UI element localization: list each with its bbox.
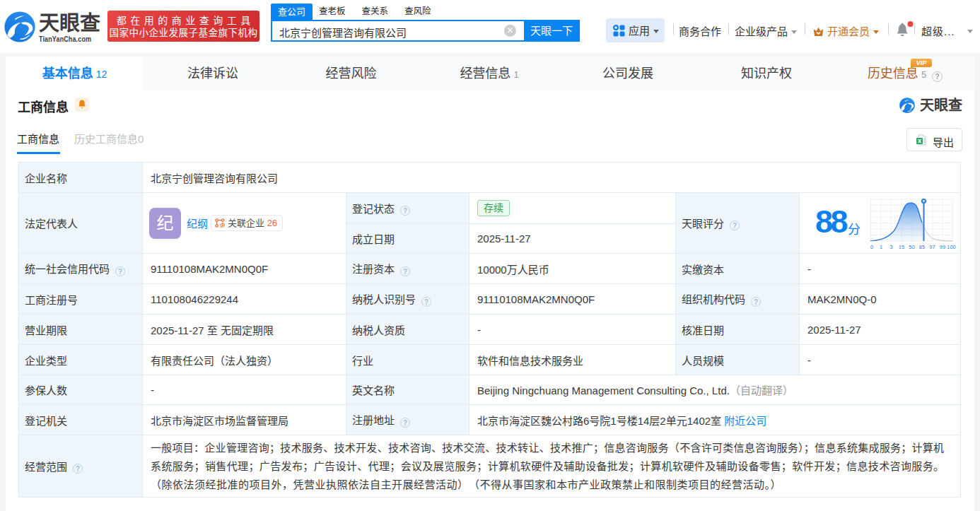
svg-text:15: 15	[899, 244, 904, 250]
svg-text:99: 99	[940, 244, 945, 250]
svg-text:企: 企	[219, 222, 225, 228]
svg-text:1: 1	[880, 244, 882, 250]
svg-text:100: 100	[947, 244, 956, 250]
svg-text:0: 0	[870, 244, 873, 250]
svg-text:3: 3	[889, 244, 892, 250]
svg-text:50: 50	[909, 244, 914, 250]
svg-text:85: 85	[919, 244, 925, 250]
svg-text:97: 97	[929, 244, 935, 250]
